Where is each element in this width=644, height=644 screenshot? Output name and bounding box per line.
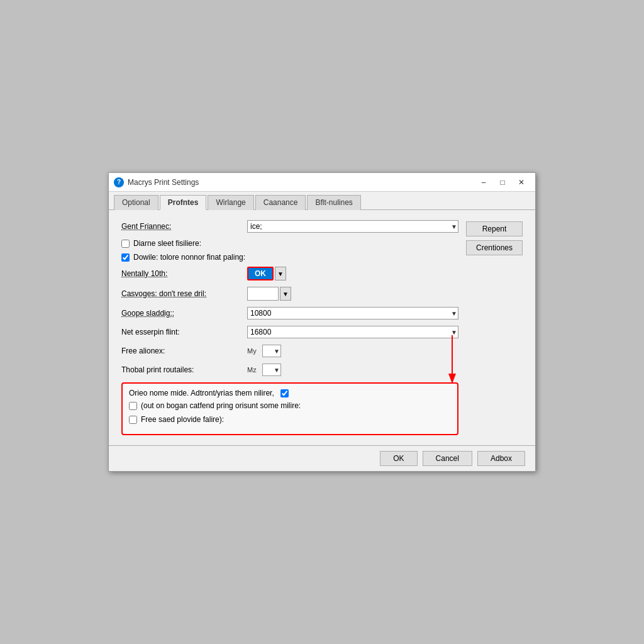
- app-icon: ?: [114, 177, 124, 187]
- highlighted-section-container: Orieo nome mide. Adtront/yrias them nili…: [121, 382, 458, 435]
- casvoges-dropdown[interactable]: ▼: [280, 287, 291, 301]
- goope-row: Goope sladdig:: 10800 ▼: [121, 307, 458, 319]
- gent-friannec-row: Gent Friannec: ice; ▼: [121, 220, 458, 233]
- casvoges-control: ▼: [247, 287, 291, 301]
- dowile-label: Dowile: tolore nonnor finat paling:: [133, 253, 245, 262]
- net-esserpin-select[interactable]: 16800: [247, 326, 458, 338]
- crentiones-button[interactable]: Crentiones: [466, 240, 523, 255]
- adbox-button[interactable]: Adbox: [477, 451, 525, 466]
- nentally-control: OK ▼: [247, 267, 286, 280]
- gent-friannec-select-wrapper: ice; ▼: [247, 220, 458, 233]
- arrow-annotation: [433, 332, 471, 389]
- highlighted-section: Orieo nome mide. Adtront/yrias them nili…: [121, 382, 458, 435]
- gent-friannec-control: ice; ▼: [247, 220, 458, 233]
- free-alionex-prefix: My: [247, 347, 260, 355]
- cancel-button[interactable]: Cancel: [423, 451, 472, 466]
- window-controls: – □ ✕: [475, 176, 530, 189]
- repent-button[interactable]: Repent: [466, 221, 523, 236]
- catfend-checkbox[interactable]: [129, 402, 137, 410]
- tab-bar: Optional Profntes Wirlange Caanance Bflt…: [109, 192, 535, 210]
- gent-friannec-select[interactable]: ice;: [247, 220, 458, 233]
- main-window: ? Macrys Print Settings – □ ✕ Optional P…: [108, 172, 536, 472]
- dowile-row: Dowile: tolore nonnor finat paling:: [121, 253, 458, 262]
- tab-optional[interactable]: Optional: [114, 195, 158, 210]
- nentally-ok-box: OK: [247, 267, 274, 280]
- free-saed-row: Free saed plovide falire):: [129, 415, 451, 424]
- thobal-select[interactable]: [262, 364, 281, 376]
- minimize-button[interactable]: –: [475, 176, 492, 189]
- catfend-row: (out on bogan catfend pring orisunt some…: [129, 401, 451, 410]
- thobal-row: Thobal print routailes: Mz ▼: [121, 364, 458, 376]
- dowile-checkbox[interactable]: [121, 253, 130, 262]
- tab-bflt-nulines[interactable]: Bflt-nulines: [307, 195, 360, 210]
- nentally-row: Nentally 10th: OK ▼: [121, 267, 458, 280]
- thobal-label: Thobal print routailes:: [121, 365, 247, 374]
- tab-caanance[interactable]: Caanance: [255, 195, 306, 210]
- free-saed-label: Free saed plovide falire):: [141, 415, 224, 424]
- orieo-text: Orieo nome mide. Adtront/yrias them nili…: [129, 389, 274, 397]
- nentally-label: Nentally 10th:: [121, 269, 247, 278]
- free-saed-checkbox[interactable]: [129, 416, 137, 424]
- diarne-label: Diarne sleet fisiliere:: [133, 239, 201, 248]
- casvoges-label: Casvoges: don't rese dril:: [121, 289, 247, 298]
- thobal-prefix: Mz: [247, 366, 260, 374]
- maximize-button[interactable]: □: [494, 176, 511, 189]
- tab-wirlange[interactable]: Wirlange: [208, 195, 253, 210]
- diarne-row: Diarne sleet fisiliere:: [121, 239, 458, 248]
- left-form-area: Gent Friannec: ice; ▼ Diarne sleet fisil…: [121, 220, 458, 435]
- net-esserpin-select-wrapper: 16800 ▼: [247, 326, 458, 338]
- net-esserpin-control: 16800 ▼: [247, 326, 458, 338]
- titlebar: ? Macrys Print Settings – □ ✕: [109, 173, 535, 192]
- free-alionex-row: Free alionex: My ▼: [121, 345, 458, 357]
- goope-select[interactable]: 10800: [247, 307, 458, 319]
- catfend-label: (out on bogan catfend pring orisunt some…: [141, 401, 301, 410]
- gent-friannec-label: Gent Friannec:: [121, 222, 247, 231]
- goope-select-wrapper: 10800 ▼: [247, 307, 458, 319]
- casvoges-box[interactable]: [247, 287, 279, 301]
- net-esserpin-row: Net esserpin flint: 16800 ▼: [121, 326, 458, 338]
- right-buttons-area: Repent Crentiones: [466, 220, 523, 435]
- tab-content: Gent Friannec: ice; ▼ Diarne sleet fisil…: [109, 210, 535, 445]
- tab-profntes[interactable]: Profntes: [160, 195, 207, 210]
- free-alionex-label: Free alionex:: [121, 347, 247, 355]
- thobal-select-wrapper: ▼: [262, 364, 281, 376]
- free-alionex-select[interactable]: [262, 345, 281, 357]
- footer: OK Cancel Adbox: [109, 445, 535, 471]
- diarne-checkbox[interactable]: [121, 240, 130, 248]
- ok-button[interactable]: OK: [380, 451, 417, 466]
- thobal-control: Mz ▼: [247, 364, 281, 376]
- nentally-dropdown-btn[interactable]: ▼: [275, 267, 286, 280]
- free-alionex-control: My ▼: [247, 345, 281, 357]
- casvoges-row: Casvoges: don't rese dril: ▼: [121, 287, 458, 301]
- orieo-checkbox[interactable]: [280, 389, 289, 397]
- free-alionex-select-wrapper: ▼: [262, 345, 281, 357]
- window-title: Macrys Print Settings: [128, 178, 475, 187]
- goope-label: Goope sladdig::: [121, 309, 247, 318]
- orieo-row: Orieo nome mide. Adtront/yrias them nili…: [129, 389, 451, 397]
- net-esserpin-label: Net esserpin flint:: [121, 328, 247, 336]
- main-area: Gent Friannec: ice; ▼ Diarne sleet fisil…: [121, 220, 523, 435]
- close-button[interactable]: ✕: [513, 176, 530, 189]
- goope-control: 10800 ▼: [247, 307, 458, 319]
